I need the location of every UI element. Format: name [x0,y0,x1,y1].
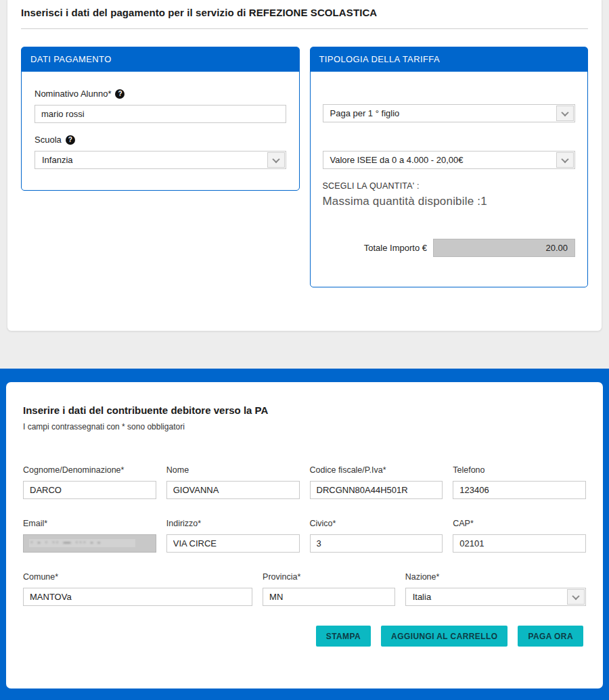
aggiungi-al-carrello-button[interactable]: AGGIUNGI AL CARRELLO [381,626,508,647]
indirizzo-label: Indirizzo* [166,519,300,528]
nome-label: Nome [166,465,300,475]
scuola-select[interactable]: Infanzia [35,151,286,169]
comune-input[interactable] [23,588,252,606]
debtor-card: Inserire i dati del contribuente debitor… [6,382,603,689]
help-question-icon[interactable]: ? [66,135,75,145]
chevron-down-icon [556,152,574,168]
tipologia-tariffa-header: TIPOLOGIA DELLA TARIFFA [311,47,588,72]
isee-tariff-select[interactable]: Valore ISEE da 0 a 4.000 - 20,00€ [323,151,576,169]
quantity-caption: SCEGLI LA QUANTITA' : [323,181,576,191]
nome-input[interactable] [166,481,300,499]
telefono-label: Telefono [453,465,586,475]
nazione-select[interactable]: Italia [405,588,586,606]
dati-pagamento-header: DATI PAGAMENTO [22,47,299,72]
civico-label: Civico* [310,519,443,528]
cap-input[interactable] [453,534,586,553]
cognome-input[interactable] [23,481,156,499]
help-question-icon[interactable]: ? [115,89,125,99]
scuola-label: Scuola ? [35,135,286,145]
redacted-text-marks: · ‐ · ·· — ··· ‐ ‐ [30,538,102,546]
total-amount-label: Totale Importo € [364,243,427,253]
cap-label: CAP* [453,519,586,528]
cognome-label: Cognome/Denominazione* [23,465,156,475]
codice-fiscale-label: Codice fiscale/P.Iva* [310,465,443,475]
stampa-button[interactable]: STAMPA [316,626,371,647]
debtor-section-band: Inserire i dati del contribuente debitor… [0,369,609,700]
total-amount-field: 20.00 [433,239,575,257]
debtor-subtitle: I campi contrassegnati con * sono obblig… [16,422,593,431]
payment-panels: DATI PAGAMENTO Nominativo Alunno* ? Scuo… [21,47,588,287]
nazione-label: Nazione* [405,572,586,582]
codice-fiscale-input[interactable] [310,481,443,499]
email-label: Email* [23,519,156,528]
telefono-input[interactable] [453,481,586,499]
figlio-select[interactable]: Paga per 1 ° figlio [323,104,576,122]
nominativo-alunno-label: Nominativo Alunno* ? [35,89,286,99]
nominativo-alunno-input[interactable] [35,105,286,123]
email-field-redacted: · ‐ · ·· — ··· ‐ ‐ [23,534,156,553]
payment-data-card: Inserisci i dati del pagamento per il se… [7,0,602,331]
civico-input[interactable] [310,534,443,553]
title-divider [21,28,588,29]
chevron-down-icon [267,152,285,168]
indirizzo-input[interactable] [166,534,300,553]
quantity-max-text: Massima quantità disponibile :1 [323,195,576,208]
page-title: Inserisci i dati del pagamento per il se… [7,0,602,18]
section-spacer [0,331,609,369]
tipologia-tariffa-panel: TIPOLOGIA DELLA TARIFFA Paga per 1 ° fig… [310,47,589,287]
actions-row: STAMPA AGGIUNGI AL CARRELLO PAGA ORA [23,626,586,647]
comune-label: Comune* [23,572,252,582]
debtor-title: Inserire i dati del contribuente debitor… [16,404,593,416]
chevron-down-icon [567,589,585,605]
chevron-down-icon [556,106,574,121]
provincia-label: Provincia* [263,572,395,582]
paga-ora-button[interactable]: PAGA ORA [518,626,583,647]
dati-pagamento-panel: DATI PAGAMENTO Nominativo Alunno* ? Scuo… [21,47,300,191]
debtor-form: Cognome/Denominazione* Nome Codice fisca… [16,465,593,647]
provincia-input[interactable] [263,588,395,606]
